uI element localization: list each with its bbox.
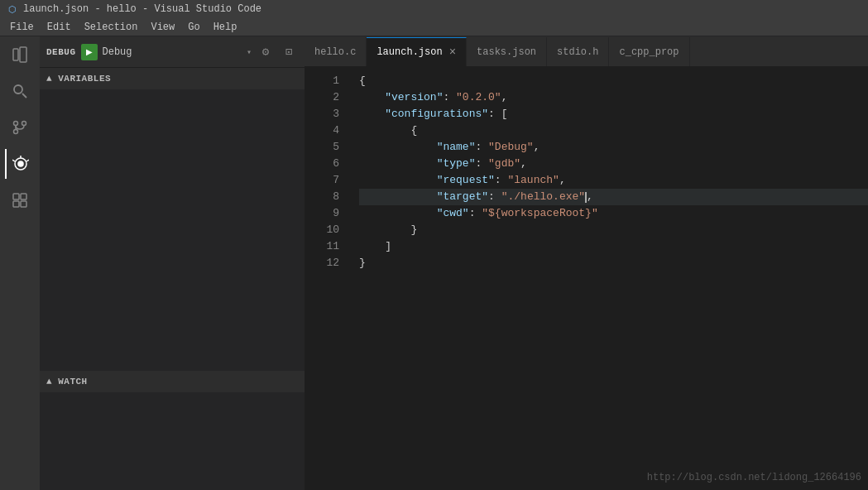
main-container: DEBUG ▶ Debug ▾ ⚙ ⊡ ▲ VARIABLES ▲ WATCH bbox=[0, 36, 868, 490]
tabs-bar: hello.c launch.json × tasks.json stdio.h… bbox=[305, 36, 868, 66]
debug-config-arrow[interactable]: ▾ bbox=[247, 47, 252, 57]
variables-panel: ▲ VARIABLES bbox=[40, 68, 305, 371]
menu-help[interactable]: Help bbox=[207, 20, 244, 35]
svg-rect-14 bbox=[21, 194, 26, 199]
search-icon[interactable] bbox=[5, 76, 35, 106]
sidebar-sections: ▲ VARIABLES ▲ WATCH ▲ CALL STACK bbox=[40, 68, 305, 490]
code-line-11: ] bbox=[359, 238, 868, 255]
app-icon: ⬡ bbox=[7, 3, 18, 15]
sidebar: DEBUG ▶ Debug ▾ ⚙ ⊡ ▲ VARIABLES ▲ WATCH bbox=[40, 36, 305, 490]
tab-tasks-json-label: tasks.json bbox=[477, 46, 536, 58]
watch-content bbox=[40, 392, 305, 490]
debug-icon[interactable] bbox=[5, 149, 35, 179]
menu-edit[interactable]: Edit bbox=[41, 20, 78, 35]
svg-rect-16 bbox=[21, 201, 26, 207]
watch-panel: ▲ WATCH bbox=[40, 371, 305, 490]
tab-launch-json-label: launch.json bbox=[376, 46, 442, 58]
svg-point-12 bbox=[18, 161, 23, 166]
svg-rect-13 bbox=[13, 194, 19, 199]
menu-view[interactable]: View bbox=[144, 20, 181, 35]
svg-rect-1 bbox=[20, 47, 26, 62]
activity-bar bbox=[0, 36, 40, 490]
svg-line-9 bbox=[12, 160, 15, 161]
tab-c-cpp-prop[interactable]: c_cpp_prop bbox=[609, 37, 689, 66]
title-bar: ⬡ launch.json - hello - Visual Studio Co… bbox=[0, 0, 868, 18]
menu-go[interactable]: Go bbox=[181, 20, 206, 35]
tab-stdio-h-label: stdio.h bbox=[557, 46, 598, 58]
tab-launch-json[interactable]: launch.json × bbox=[367, 37, 467, 66]
menu-file[interactable]: File bbox=[3, 20, 41, 35]
svg-line-10 bbox=[26, 160, 29, 161]
code-content[interactable]: { "version": "0.2.0", "configurations": … bbox=[346, 66, 868, 490]
code-line-4: { bbox=[359, 122, 868, 139]
svg-point-2 bbox=[14, 85, 22, 94]
svg-point-6 bbox=[14, 130, 18, 134]
code-line-7: "request": "launch", bbox=[359, 172, 868, 189]
svg-rect-0 bbox=[13, 49, 18, 60]
svg-rect-15 bbox=[13, 201, 19, 207]
tab-launch-json-close[interactable]: × bbox=[449, 46, 456, 58]
tab-hello-c-label: hello.c bbox=[314, 46, 356, 58]
menu-selection[interactable]: Selection bbox=[78, 20, 145, 35]
code-line-6: "type": "gdb", bbox=[359, 156, 868, 172]
code-line-5: "name": "Debug", bbox=[359, 139, 868, 156]
svg-line-3 bbox=[22, 94, 26, 98]
debug-screen-button[interactable]: ⊡ bbox=[280, 43, 298, 61]
debug-config-name: Debug bbox=[103, 46, 242, 58]
source-control-icon[interactable] bbox=[5, 113, 35, 142]
tab-c-cpp-prop-label: c_cpp_prop bbox=[619, 46, 679, 58]
debug-settings-button[interactable]: ⚙ bbox=[257, 43, 275, 61]
tab-hello-c[interactable]: hello.c bbox=[305, 37, 367, 66]
code-line-9: "cwd": "${workspaceRoot}" bbox=[359, 205, 868, 222]
variables-content bbox=[40, 89, 305, 371]
code-line-3: "configurations": [ bbox=[359, 106, 868, 122]
tab-stdio-h[interactable]: stdio.h bbox=[547, 37, 609, 66]
debug-label: DEBUG bbox=[46, 47, 76, 57]
code-editor[interactable]: 1 2 3 4 5 6 7 8 9 10 11 12 { "version": … bbox=[305, 66, 868, 490]
editor-area: hello.c launch.json × tasks.json stdio.h… bbox=[305, 36, 868, 490]
menu-bar: File Edit Selection View Go Help bbox=[0, 18, 868, 36]
code-line-2: "version": "0.2.0", bbox=[359, 89, 868, 106]
tab-tasks-json[interactable]: tasks.json bbox=[467, 37, 547, 66]
line-numbers: 1 2 3 4 5 6 7 8 9 10 11 12 bbox=[305, 66, 346, 490]
explorer-icon[interactable] bbox=[5, 40, 35, 70]
watermark: http://blog.csdn.net/lidong_12664196 bbox=[647, 472, 861, 483]
svg-point-4 bbox=[14, 122, 18, 126]
debug-toolbar: DEBUG ▶ Debug ▾ ⚙ ⊡ bbox=[40, 36, 305, 68]
svg-point-5 bbox=[22, 122, 26, 126]
variables-header[interactable]: ▲ VARIABLES bbox=[40, 68, 305, 89]
extensions-icon[interactable] bbox=[5, 185, 35, 215]
code-line-1: { bbox=[359, 73, 868, 89]
watch-header[interactable]: ▲ WATCH bbox=[40, 371, 305, 392]
debug-play-button[interactable]: ▶ bbox=[81, 44, 98, 60]
code-line-10: } bbox=[359, 222, 868, 238]
code-line-8: "target": "./hello.exe", bbox=[359, 189, 868, 205]
window-title: launch.json - hello - Visual Studio Code bbox=[23, 3, 261, 15]
code-line-12: } bbox=[359, 255, 868, 271]
